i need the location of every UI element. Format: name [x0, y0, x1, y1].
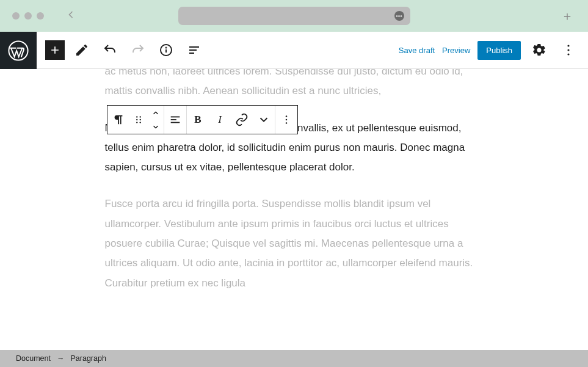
- browser-address-bar[interactable]: •••: [178, 7, 410, 25]
- save-draft-button[interactable]: Save draft: [399, 46, 435, 55]
- paragraph-block[interactable]: Fusce porta arcu id fringilla porta. Sus…: [105, 194, 484, 293]
- wordpress-icon: [8, 40, 29, 61]
- svg-point-9: [567, 53, 569, 55]
- svg-point-10: [136, 116, 137, 117]
- browser-new-tab-button[interactable]: ＋: [561, 8, 573, 24]
- redo-icon: [131, 43, 145, 57]
- redo-button[interactable]: [127, 39, 149, 61]
- pencil-icon: [74, 43, 89, 57]
- address-more-icon[interactable]: •••: [394, 11, 404, 21]
- publish-button[interactable]: Publish: [477, 41, 521, 60]
- drag-icon: [132, 113, 145, 126]
- move-up-button[interactable]: [148, 106, 164, 120]
- svg-point-7: [567, 45, 569, 46]
- italic-button[interactable]: I: [209, 106, 231, 134]
- block-breadcrumb: Document → Paragraph: [0, 350, 588, 367]
- undo-button[interactable]: [99, 39, 121, 61]
- svg-point-3: [166, 48, 167, 48]
- settings-button[interactable]: [528, 39, 550, 61]
- add-block-button[interactable]: [45, 40, 65, 60]
- svg-point-11: [140, 116, 141, 117]
- svg-point-21: [286, 122, 288, 124]
- paragraph-block[interactable]: ac metus non, laoreet ultrices lorem. Su…: [105, 69, 484, 101]
- info-button[interactable]: [155, 39, 177, 61]
- traffic-minimize[interactable]: [24, 12, 32, 20]
- chevron-down-icon: [257, 113, 270, 126]
- svg-point-14: [136, 122, 137, 123]
- svg-point-13: [140, 119, 141, 120]
- outline-button[interactable]: [183, 39, 205, 61]
- chevron-down-icon: [151, 123, 160, 131]
- breadcrumb-arrow-icon: →: [57, 354, 65, 363]
- block-more-button[interactable]: [275, 106, 297, 134]
- window-controls: [12, 12, 44, 20]
- block-movers: [148, 106, 164, 134]
- align-button[interactable]: [164, 106, 186, 134]
- link-icon: [235, 113, 249, 126]
- more-formatting-button[interactable]: [253, 106, 275, 134]
- plus-icon: [49, 44, 61, 56]
- paragraph-icon: [112, 113, 125, 126]
- info-icon: [159, 43, 173, 57]
- svg-point-12: [136, 119, 137, 120]
- breadcrumb-root[interactable]: Document: [16, 354, 51, 363]
- block-type-button[interactable]: [107, 106, 129, 134]
- more-menu-button[interactable]: [557, 39, 579, 61]
- preview-button[interactable]: Preview: [442, 46, 470, 55]
- traffic-close[interactable]: [12, 12, 20, 20]
- svg-point-19: [286, 115, 288, 117]
- browser-back-button[interactable]: [65, 9, 77, 24]
- undo-icon: [103, 43, 117, 57]
- chevron-up-icon: [151, 109, 160, 117]
- editor-top-bar: Save draft Preview Publish: [37, 32, 588, 69]
- more-vertical-icon: [561, 43, 576, 57]
- svg-point-8: [567, 49, 569, 51]
- align-left-icon: [169, 113, 182, 126]
- traffic-zoom[interactable]: [37, 12, 44, 20]
- svg-point-20: [286, 119, 288, 121]
- browser-chrome: ••• ＋: [0, 0, 588, 32]
- edit-mode-button[interactable]: [71, 39, 93, 61]
- wordpress-logo-button[interactable]: [0, 32, 37, 69]
- breadcrumb-leaf[interactable]: Paragraph: [70, 354, 106, 363]
- move-down-button[interactable]: [148, 120, 164, 134]
- drag-handle[interactable]: [129, 106, 148, 134]
- list-icon: [187, 43, 201, 57]
- bold-button[interactable]: B: [187, 106, 209, 134]
- gear-icon: [532, 43, 546, 57]
- more-vertical-icon: [280, 113, 293, 126]
- block-toolbar: B I: [107, 105, 298, 134]
- link-button[interactable]: [231, 106, 253, 134]
- svg-point-15: [140, 122, 141, 123]
